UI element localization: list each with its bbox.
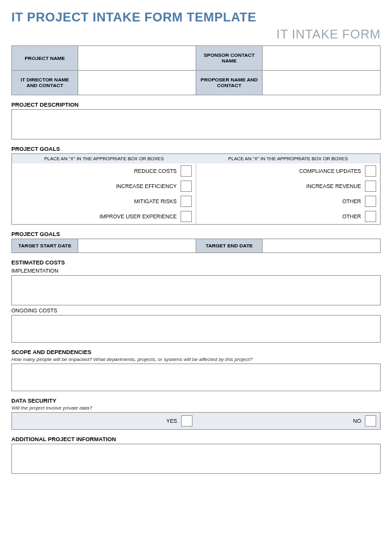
dates-heading: PROJECT GOALS — [11, 231, 381, 237]
security-no-checkbox[interactable] — [365, 415, 376, 427]
implementation-label: IMPLEMENTATION — [11, 268, 381, 274]
description-field[interactable] — [11, 109, 381, 139]
page-subtitle: IT INTAKE FORM — [11, 27, 381, 42]
additional-heading: ADDITIONAL PROJECT INFORMATION — [11, 436, 381, 442]
goals-heading: PROJECT GOALS — [11, 146, 381, 152]
ongoing-field[interactable] — [11, 315, 381, 343]
description-heading: PROJECT DESCRIPTION — [11, 102, 381, 108]
goals-instruction-left: PLACE AN "X" IN THE APPROPRIATE BOX OR B… — [12, 154, 196, 163]
goal-label: REDUCE COSTS — [134, 168, 177, 174]
goal-checkbox-other-2[interactable] — [365, 211, 376, 222]
goal-label: INCREASE REVENUE — [306, 183, 361, 189]
implementation-field[interactable] — [11, 275, 381, 305]
page-title: IT PROJECT INTAKE FORM TEMPLATE — [11, 10, 381, 25]
goal-label: COMPLIANCE UPDATES — [299, 168, 361, 174]
sponsor-field[interactable] — [263, 46, 381, 71]
director-label: IT DIRECTOR NAME AND CONTACT — [12, 71, 78, 95]
proposer-field[interactable] — [263, 71, 381, 95]
director-field[interactable] — [78, 71, 196, 95]
goal-checkbox-other-1[interactable] — [365, 196, 376, 207]
goal-checkbox-compliance[interactable] — [365, 165, 376, 177]
no-label: NO — [353, 418, 361, 424]
security-hint: Will the project involve private data? — [11, 405, 381, 411]
start-date-label: TARGET START DATE — [12, 239, 78, 253]
goal-label: OTHER — [342, 213, 361, 220]
security-yes-checkbox[interactable] — [181, 415, 193, 427]
end-date-field[interactable] — [263, 239, 381, 253]
additional-field[interactable] — [11, 444, 381, 474]
goal-checkbox-reduce-costs[interactable] — [181, 165, 192, 177]
start-date-field[interactable] — [78, 239, 196, 253]
dates-table: TARGET START DATE TARGET END DATE — [11, 239, 381, 253]
project-name-label: PROJECT NAME — [12, 46, 78, 71]
goal-checkbox-improve-ux[interactable] — [181, 211, 192, 222]
goal-checkbox-increase-revenue[interactable] — [365, 180, 376, 192]
security-heading: DATA SECURITY — [11, 398, 381, 404]
end-date-label: TARGET END DATE — [196, 239, 262, 253]
goal-label: INCREASE EFFICIENCY — [116, 183, 177, 189]
yes-label: YES — [166, 418, 177, 424]
proposer-label: PROPOSER NAME AND CONTACT — [196, 71, 262, 95]
goal-label: MITIGATE RISKS — [134, 198, 177, 204]
goal-checkbox-increase-efficiency[interactable] — [181, 180, 192, 192]
scope-heading: SCOPE AND DEPENDENCIES — [11, 349, 381, 355]
security-yesno: YES NO — [11, 412, 381, 430]
goal-checkbox-mitigate-risks[interactable] — [181, 196, 192, 207]
costs-heading: ESTIMATED COSTS — [11, 259, 381, 266]
sponsor-label: SPONSOR CONTACT NAME — [196, 46, 262, 71]
project-name-field[interactable] — [78, 46, 196, 71]
ongoing-label: ONGOING COSTS — [11, 307, 381, 314]
scope-hint: How many people will be impacted? What d… — [11, 357, 381, 362]
goals-instruction-right: PLACE AN "X" IN THE APPROPRIATE BOX OR B… — [196, 154, 381, 163]
goal-label: IMPROVE USER EXPERIENCE — [100, 213, 177, 220]
goals-table: PLACE AN "X" IN THE APPROPRIATE BOX OR B… — [11, 153, 381, 225]
scope-field[interactable] — [11, 364, 381, 391]
info-table: PROJECT NAME SPONSOR CONTACT NAME IT DIR… — [11, 45, 381, 95]
goal-label: OTHER — [342, 198, 361, 204]
